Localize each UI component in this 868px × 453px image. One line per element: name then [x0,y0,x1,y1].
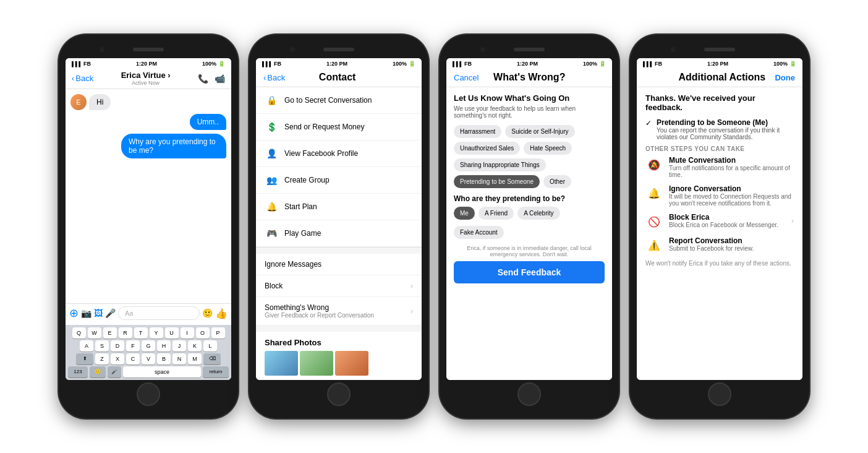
key-i[interactable]: I [181,327,194,339]
menu-play-game[interactable]: 🎮 Play Game [256,220,422,247]
menu-send-money[interactable]: 💲 Send or Request Money [256,114,422,140]
key-j[interactable]: J [172,340,186,352]
key-d[interactable]: D [111,340,124,352]
battery-1: 100% [202,61,216,67]
key-g[interactable]: G [142,340,155,352]
menu-secret-conversation[interactable]: 🔒 Go to Secret Conversation [256,87,422,114]
checked-title: Pretending to be Someone (Me) [657,118,794,127]
chat-contact-info[interactable]: Erica Virtue › Active Now [121,71,171,86]
speaker-1 [133,48,164,51]
key-backspace[interactable]: ⌫ [203,353,221,365]
key-space[interactable]: space [123,366,201,378]
create-group-label: Create Group [284,176,413,184]
key-t[interactable]: T [134,327,148,339]
ww-heading: Let Us Know What's Going On [454,93,605,103]
home-button-1[interactable] [137,382,160,406]
add-icon[interactable]: ⊕ [69,306,79,320]
mic-icon[interactable]: 🎤 [105,308,116,318]
back-label-2: Back [267,73,285,82]
key-b[interactable]: B [157,353,171,365]
carrier-4: FB [655,61,662,67]
home-button-3[interactable] [517,382,541,406]
somethings-wrong-sub: Giver Feedback or Report Conversation [265,312,404,319]
key-q[interactable]: Q [72,327,86,339]
camera-icon[interactable]: 📷 [81,308,91,318]
key-k[interactable]: K [188,340,202,352]
action-block[interactable]: 🚫 Block Erica Block Erica on Facebook or… [645,213,794,230]
home-button-4[interactable] [708,382,731,406]
menu-block[interactable]: Block › [256,275,422,297]
chat-input[interactable]: Aa [118,306,200,320]
home-button-2[interactable] [327,382,351,406]
key-z[interactable]: Z [95,353,109,365]
report-title: Report Conversation [669,236,794,245]
speaker-2 [323,48,354,51]
mute-title: Mute Conversation [669,156,794,165]
call-icon[interactable]: 📞 [198,74,208,84]
back-button-1[interactable]: ‹ Back [72,74,93,83]
key-v[interactable]: V [142,353,155,365]
key-e[interactable]: E [103,327,117,339]
other-steps-title: OTHER STEPS YOU CAN TAKE [645,145,794,152]
video-icon[interactable]: 📹 [215,74,225,84]
key-y[interactable]: Y [150,327,163,339]
key-h[interactable]: H [157,340,171,352]
tag-harassment[interactable]: Harrassment [454,125,501,138]
key-l[interactable]: L [203,340,217,352]
key-return[interactable]: return [203,366,229,378]
key-c[interactable]: C [126,353,140,365]
tag-celebrity[interactable]: A Celebrity [517,207,560,220]
done-button[interactable]: Done [775,73,795,82]
photo-1[interactable] [265,351,298,376]
tag-sharing[interactable]: Sharing Inappropriate Things [454,158,546,171]
key-s[interactable]: S [95,340,109,352]
key-w[interactable]: W [88,327,101,339]
emoji-icon[interactable]: 🙂 [202,308,213,318]
checked-item-body: Pretending to be Someone (Me) You can re… [657,118,794,140]
key-x[interactable]: X [111,353,124,365]
key-shift[interactable]: ⬆ [76,353,93,365]
photo-icon[interactable]: 🖼 [94,308,103,318]
key-m[interactable]: M [188,353,202,365]
key-f[interactable]: F [126,340,140,352]
tag-unauth-sales[interactable]: Unauthorized Sales [454,142,520,155]
somethings-wrong-label: Something's Wrong [265,303,404,312]
tag-pretending[interactable]: Pretending to be Someone [454,175,540,188]
menu-start-plan[interactable]: 🔔 Start Plan [256,194,422,220]
tag-a-friend[interactable]: A Friend [479,207,514,220]
key-o[interactable]: O [196,327,210,339]
back-button-2[interactable]: ‹ Back [263,73,285,82]
signal-1: ▌▌▌ [72,61,82,67]
key-123[interactable]: 123 [68,366,88,378]
menu-view-profile[interactable]: 👤 View Facebook Profile [256,140,422,167]
scene: ▌▌▌ FB 1:20 PM 100% 🔋 ‹ Back Erica Virtu… [40,16,828,437]
action-report[interactable]: ⚠️ Report Conversation Submit to Faceboo… [645,236,794,254]
chevron-left-icon: ‹ [72,74,74,83]
tag-suicide[interactable]: Suicide or Self-Injury [505,125,574,138]
lock-icon: 🔒 [265,93,278,107]
tag-hate-speech[interactable]: Hate Speech [524,142,572,155]
send-feedback-button[interactable]: Send Feedback [454,261,605,283]
tag-me[interactable]: Me [454,207,475,220]
key-a[interactable]: A [80,340,93,352]
photo-2[interactable] [300,351,333,376]
action-mute[interactable]: 🔕 Mute Conversation Turn off notificatio… [645,156,794,178]
menu-somethings-wrong[interactable]: Something's Wrong Giver Feedback or Repo… [256,297,422,326]
key-mic[interactable]: 🎤 [108,366,121,378]
key-r[interactable]: R [119,327,132,339]
chat-messages: E Hi Umm.. Why are you pretending to be … [66,89,231,303]
key-n[interactable]: N [172,353,186,365]
like-icon[interactable]: 👍 [215,308,228,319]
key-u[interactable]: U [165,327,179,339]
photo-3[interactable] [335,351,368,376]
chevron-right-icon-wrong: › [411,307,413,316]
menu-ignore-messages[interactable]: Ignore Messages [256,254,422,275]
carrier-3: FB [464,61,472,67]
tag-fake-account[interactable]: Fake Account [454,226,504,239]
action-ignore[interactable]: 🔔 Ignore Conversation It will be moved t… [645,184,794,207]
menu-create-group[interactable]: 👥 Create Group [256,167,422,194]
cancel-button[interactable]: Cancel [454,73,479,82]
key-p[interactable]: P [211,327,225,339]
tag-other[interactable]: Other [543,175,571,188]
key-emoji[interactable]: 🙂 [90,366,106,378]
